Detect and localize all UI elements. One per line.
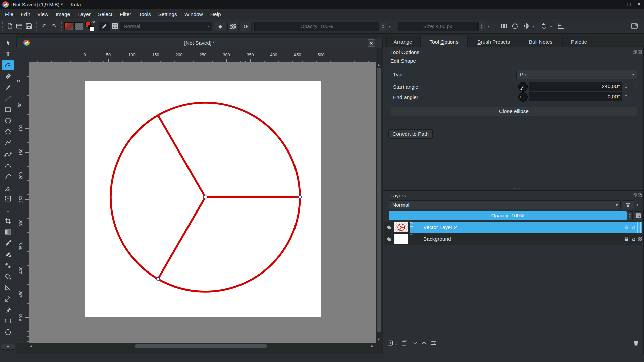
- size-dropdown-icon[interactable]: ▾: [486, 22, 491, 31]
- foreground-background-colors[interactable]: [85, 22, 96, 31]
- alpha-lock-icon[interactable]: α: [631, 222, 636, 233]
- mirror-vertical-button[interactable]: [539, 22, 548, 31]
- spinner-arrows[interactable]: ▴▾: [622, 92, 630, 101]
- end-angle-dial[interactable]: [518, 92, 528, 102]
- line-tool[interactable]: [2, 93, 14, 104]
- elliptical-selection-tool[interactable]: [2, 327, 14, 338]
- ellipse-tool[interactable]: [2, 115, 14, 126]
- spinner-arrows[interactable]: ▴▾: [622, 82, 630, 91]
- mirror-vertical-dropdown-icon[interactable]: ▾: [549, 22, 553, 31]
- start-angle-menu-icon[interactable]: ⋮: [635, 83, 639, 89]
- measure-tool[interactable]: [2, 282, 14, 293]
- scroll-left-icon[interactable]: ◀: [30, 345, 32, 348]
- move-tool[interactable]: [2, 204, 14, 215]
- polygon-tool[interactable]: [2, 127, 14, 137]
- opacity-slider[interactable]: Opacity: 100%: [254, 22, 379, 31]
- horizontal-scrollbar[interactable]: ◀ ▶: [29, 343, 376, 349]
- text-tool[interactable]: T: [2, 49, 14, 59]
- toolbar-grip[interactable]: [2, 22, 4, 31]
- close-button[interactable]: ×: [634, 0, 644, 9]
- artboard[interactable]: [85, 81, 321, 317]
- horizontal-scrollbar-handle[interactable]: [135, 344, 267, 348]
- toolbar-grip[interactable]: [36, 22, 38, 31]
- menu-tools[interactable]: Tools: [135, 9, 154, 19]
- convert-to-path-button[interactable]: Convert to Path: [388, 129, 433, 139]
- toolbar-grip[interactable]: [496, 22, 498, 31]
- menu-settings[interactable]: Settings: [155, 9, 181, 19]
- reference-images-tool[interactable]: [2, 305, 14, 315]
- lock-icon[interactable]: [623, 233, 629, 245]
- close-docker-icon[interactable]: [638, 193, 642, 197]
- layer-name[interactable]: Background: [423, 233, 451, 245]
- size-spinner[interactable]: ▴▾: [478, 22, 485, 31]
- lock-icon[interactable]: [623, 222, 629, 233]
- menu-edit[interactable]: Edit: [17, 9, 34, 19]
- workspace-chooser-icon[interactable]: [630, 22, 639, 31]
- fill-tool[interactable]: [2, 271, 14, 282]
- calligraphy-tool[interactable]: [2, 71, 14, 82]
- menu-window[interactable]: Window: [181, 9, 207, 19]
- trim-to-image-icon[interactable]: [556, 22, 565, 31]
- blending-mode-select[interactable]: Normal▾: [120, 22, 212, 31]
- inherit-alpha-icon[interactable]: [637, 233, 643, 245]
- maximize-button[interactable]: □: [624, 0, 634, 9]
- rectangle-tool[interactable]: [2, 104, 14, 115]
- layer-row-background[interactable]: Background α: [384, 233, 642, 245]
- layer-opacity-slider[interactable]: Opacity: 100%: [389, 211, 627, 220]
- scroll-up-icon[interactable]: ▲: [378, 63, 380, 66]
- redo-icon[interactable]: ↷: [50, 22, 58, 31]
- multibrush-tool[interactable]: [2, 182, 14, 193]
- layer-properties-button[interactable]: [429, 339, 438, 347]
- start-angle-dial[interactable]: [518, 82, 528, 92]
- move-layer-down-button[interactable]: [410, 339, 419, 347]
- size-slider[interactable]: Size: 4,00 px: [398, 22, 478, 31]
- colorize-mask-tool[interactable]: [2, 249, 14, 260]
- undo-icon[interactable]: ↶: [40, 22, 48, 31]
- vertical-scrollbar-handle[interactable]: [377, 68, 381, 332]
- delete-layer-button[interactable]: [632, 339, 640, 347]
- layer-name[interactable]: Vector Layer 2: [423, 222, 457, 233]
- select-shapes-tool[interactable]: [2, 38, 14, 48]
- start-angle-input[interactable]: 240,00° ▴▾: [529, 82, 630, 91]
- mirror-horizontal-button[interactable]: [522, 22, 531, 31]
- opacity-spinner[interactable]: ▴▾: [380, 22, 386, 31]
- scroll-down-icon[interactable]: ▼: [378, 338, 380, 341]
- shape-handle[interactable]: [298, 195, 302, 199]
- end-angle-menu-icon[interactable]: ⋮: [635, 94, 639, 99]
- preserve-alpha-button[interactable]: [227, 22, 239, 31]
- toolbox-scroll-down-button[interactable]: ▼: [1, 344, 15, 350]
- tab-palette[interactable]: Palette: [562, 37, 595, 47]
- eraser-mode-button[interactable]: ◆: [215, 22, 226, 31]
- pattern-swatch[interactable]: [74, 22, 83, 30]
- layer-opacity-spinner[interactable]: ▴▾: [627, 211, 633, 220]
- save-icon[interactable]: [24, 22, 33, 31]
- menu-select[interactable]: Select: [94, 9, 116, 19]
- polyline-tool[interactable]: [2, 138, 14, 148]
- tab-buli-notes[interactable]: Buli Notes: [520, 37, 561, 47]
- move-layer-up-button[interactable]: [420, 339, 428, 347]
- freehand-path-tool[interactable]: [2, 160, 14, 171]
- close-docker-icon[interactable]: [638, 50, 642, 54]
- mirror-horizontal-dropdown-icon[interactable]: ▾: [531, 22, 536, 31]
- bezier-curve-tool[interactable]: [2, 149, 14, 160]
- scroll-right-icon[interactable]: ▶: [371, 345, 373, 348]
- opacity-dropdown-icon[interactable]: ▾: [387, 22, 392, 31]
- dynamic-brush-tool[interactable]: [2, 171, 14, 182]
- close-ellipse-button[interactable]: Close ellipse: [391, 107, 637, 116]
- new-document-icon[interactable]: [6, 22, 14, 31]
- pie-shape[interactable]: [85, 81, 321, 317]
- visibility-eye-icon[interactable]: [385, 222, 394, 233]
- add-layer-dropdown-icon[interactable]: ▾: [394, 338, 398, 350]
- end-angle-input[interactable]: 0,00° ▴▾: [529, 92, 630, 101]
- layer-thumbnail[interactable]: [394, 222, 408, 232]
- type-select[interactable]: Pie▾: [516, 70, 637, 79]
- smart-patch-tool[interactable]: [2, 260, 14, 271]
- reload-preset-button[interactable]: ⟳: [240, 22, 252, 31]
- tab-arrange[interactable]: Arrange: [386, 37, 419, 47]
- edit-shapes-tool[interactable]: [2, 60, 14, 70]
- color-sampler-tool[interactable]: [2, 238, 14, 249]
- open-document-icon[interactable]: [15, 22, 24, 31]
- reset-rotation-icon[interactable]: [511, 22, 519, 31]
- gradient-swatch[interactable]: [64, 22, 73, 30]
- edit-brush-settings-button[interactable]: [99, 22, 110, 31]
